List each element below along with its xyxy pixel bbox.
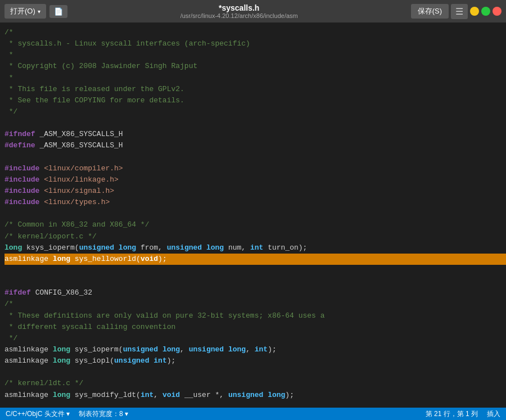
code-line: long ksys_ioperm(unsigned long from, uns… [4, 242, 506, 254]
code-line: * These definitions are only valid on pu… [4, 310, 506, 322]
code-line: asmlinkage long sys_iopl(unsigned int); [4, 355, 506, 367]
code-line: * different syscall calling convention [4, 322, 506, 333]
language-dropdown-icon: ▾ [66, 410, 70, 418]
open-button[interactable]: 打开(O) ▾ [4, 4, 46, 19]
code-line [4, 152, 506, 163]
code-line: /* [4, 299, 506, 310]
code-line: * This file is released under the GPLv2. [4, 84, 506, 95]
code-line [4, 208, 506, 219]
code-editor[interactable]: /* * syscalls.h - Linux syscall interfac… [0, 22, 506, 408]
code-line: /* kernel/ldt.c */ [4, 378, 506, 389]
code-line [4, 367, 506, 378]
file-icon-button[interactable]: 📄 [49, 5, 67, 18]
statusbar-right: 第 21 行，第 1 列 插入 [426, 409, 500, 419]
maximize-button[interactable] [481, 7, 490, 16]
close-button[interactable] [493, 7, 502, 16]
code-line: #include <linux/linkage.h> [4, 174, 506, 186]
code-line: #define _ASM_X86_SYSCALLS_H [4, 140, 506, 151]
file-path: /usr/src/linux-4.20.12/arch/x86/include/… [67, 12, 411, 19]
code-line: #include <linux/signal.h> [4, 186, 506, 197]
code-line: * Copyright (c) 2008 Jaswinder Singh Raj… [4, 61, 506, 72]
code-line: */ [4, 333, 506, 344]
titlebar: 打开(O) ▾ 📄 *syscalls.h /usr/src/linux-4.2… [0, 0, 506, 22]
code-line [4, 276, 506, 287]
code-line: #include <linux/types.h> [4, 197, 506, 208]
open-label: 打开(O) [10, 6, 35, 16]
dropdown-arrow-icon: ▾ [38, 8, 40, 15]
code-line: /* Common in X86_32 and X86_64 */ [4, 219, 506, 231]
code-line [4, 265, 506, 276]
insert-mode: 插入 [487, 409, 500, 419]
code-line: #ifndef _ASM_X86_SYSCALLS_H [4, 129, 506, 140]
code-line: #include <linux/compiler.h> [4, 163, 506, 174]
tab-width-label[interactable]: 制表符宽度：8 ▾ [79, 409, 128, 419]
code-line: asmlinkage long sys_ioperm(unsigned long… [4, 344, 506, 355]
code-line: * [4, 73, 506, 84]
window-title: *syscalls.h [67, 3, 411, 12]
save-button[interactable]: 保存(S) [411, 4, 449, 19]
code-line: * See the file COPYING for more details. [4, 95, 506, 106]
highlighted-line: asmlinkage long sys_helloworld(void); [4, 254, 506, 265]
file-icon: 📄 [54, 7, 63, 16]
titlebar-center: *syscalls.h /usr/src/linux-4.20.12/arch/… [67, 3, 411, 19]
code-line [4, 118, 506, 129]
code-line: asmlinkage long sys_modify_ldt(int, void… [4, 390, 506, 401]
tabwidth-dropdown-icon: ▾ [125, 410, 128, 418]
code-line: /* [4, 27, 506, 38]
cursor-position: 第 21 行，第 1 列 [426, 409, 478, 419]
code-line: * syscalls.h - Linux syscall interfaces … [4, 38, 506, 49]
language-label[interactable]: C/C++/ObjC 头文件 ▾ [6, 409, 70, 419]
statusbar-left: C/C++/ObjC 头文件 ▾ 制表符宽度：8 ▾ [6, 409, 128, 419]
minimize-button[interactable] [470, 7, 479, 16]
titlebar-left: 打开(O) ▾ 📄 [4, 4, 67, 19]
statusbar: C/C++/ObjC 头文件 ▾ 制表符宽度：8 ▾ 第 21 行，第 1 列 … [0, 408, 506, 420]
code-line: * [4, 49, 506, 61]
code-line: #ifdef CONFIG_X86_32 [4, 287, 506, 299]
menu-button[interactable]: ☰ [451, 4, 468, 19]
titlebar-right: 保存(S) ☰ [411, 4, 502, 19]
code-line: /* kernel/ioport.c */ [4, 231, 506, 242]
code-line: */ [4, 106, 506, 118]
code-line [4, 401, 506, 408]
